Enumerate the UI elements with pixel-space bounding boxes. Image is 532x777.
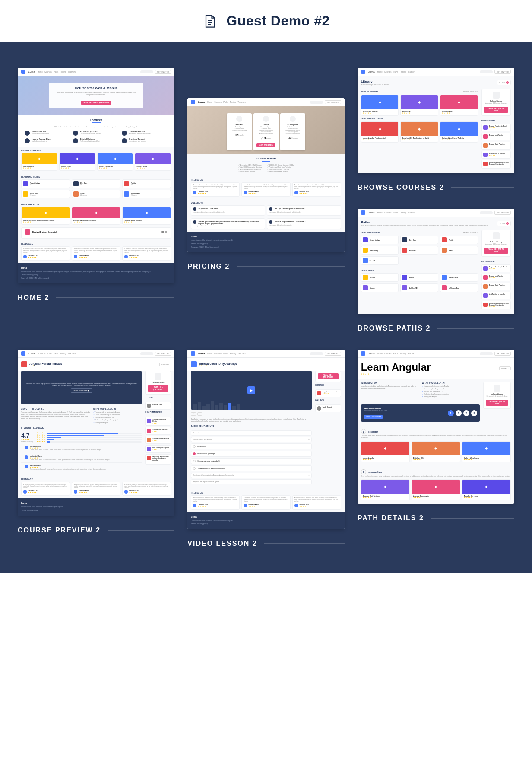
path-item[interactable]: inVision App [440, 283, 478, 292]
assessment-button[interactable]: START ASSESSMENT [364, 415, 383, 419]
course-icon [483, 143, 488, 148]
library-button[interactable]: LIBRARY [499, 366, 511, 370]
course-card[interactable]: ◆Angular Services★★★★★ [462, 479, 511, 500]
list-item[interactable]: Unit Testing in Angular★★★★★ [481, 151, 511, 159]
path-item[interactable]: Figma [361, 283, 399, 292]
path-item[interactable]: Photoshop [440, 273, 478, 282]
list-item[interactable]: Unit Testing in Angular★★★★★ [145, 445, 171, 453]
avatar-icon [124, 490, 128, 494]
course-card[interactable]: ◆Learn Angular★★★★★ [361, 441, 410, 462]
path-icon [363, 275, 368, 280]
path-item[interactable]: Swift [440, 246, 478, 255]
price-card[interactable]: EnterpriseDedicated Support20 Person Tea… [280, 113, 305, 150]
path-icon [402, 237, 407, 242]
path-icon [23, 191, 28, 197]
list-item[interactable]: Migrating Applications from AngularJS to… [145, 454, 171, 465]
course-card[interactable]: ◆Newsletter Design★★★★★ [361, 95, 399, 116]
path-item[interactable]: Redis24 courses [122, 179, 171, 188]
avatar-icon [244, 504, 247, 507]
path-item[interactable]: WordPress24 courses [122, 190, 171, 198]
list-item[interactable]: Unit Testing in Angular★★★★★ [481, 292, 511, 299]
thumbnail-pricing[interactable]: LumaHomeCoursesPathsPricingTeachersGET S… [187, 98, 344, 332]
play-button[interactable]: ▶ [247, 386, 255, 394]
course-card[interactable]: ◆Learn Figma★★★★★ [135, 153, 171, 171]
course-card[interactable]: ◆inVision App★★★★★ [440, 95, 478, 116]
path-item[interactable]: Adobe XD [400, 283, 438, 292]
path-item[interactable]: Sketch [361, 273, 399, 282]
thumbnail-course-preview[interactable]: LumaHomeCoursesPathsPricingTeachersGET S… [18, 350, 174, 548]
toc-section-head[interactable]: Exploring the Angular Template Syntax+ [191, 479, 311, 484]
course-card[interactable]: ◆Angular Routing In★★★★★ [412, 479, 460, 500]
list-item[interactable]: Migrating Applications from AngularJS to… [481, 301, 511, 309]
list-item[interactable]: Angular Unit Testing★★★★★ [481, 274, 511, 281]
library-button[interactable]: LIBRARY [159, 363, 171, 366]
search-input[interactable] [140, 70, 153, 73]
path-icon [442, 275, 447, 280]
path-item[interactable]: Redis [440, 236, 478, 244]
signup-button[interactable]: SIGN UP - ONLY $19.00 /MO [81, 101, 111, 105]
path-item[interactable]: Dev Ops24 courses [72, 179, 120, 188]
path-item[interactable]: Dev Ops [400, 236, 438, 244]
filters-button[interactable]: FILTERS5 [497, 221, 511, 226]
toc-item[interactable]: Comparing Angular vs AngularJS [191, 458, 311, 464]
course-card[interactable]: ◆Build an iOS Application in Swift★★★★★ [400, 121, 438, 143]
filters-button[interactable]: FILTERS5 [497, 80, 511, 85]
path-item[interactable]: Angular [400, 246, 438, 255]
course-card[interactable]: ◆Build a WordPress★★★★★ [462, 441, 511, 462]
path-item[interactable]: React Native24 courses [21, 179, 70, 188]
price-card[interactable]: TeamDedicated Support20 Person TeamUnlim… [253, 113, 279, 150]
toc-section-head[interactable]: Getting Started with Angular— [191, 437, 311, 442]
thumbnail-browse-paths[interactable]: LumaHomeCoursesPathsPricingTeachersGET S… [358, 209, 514, 332]
list-item[interactable]: Angular Best Practices★★★★★ [481, 142, 511, 150]
cta-button[interactable]: GET STARTED [155, 70, 171, 74]
toc-item[interactable]: The Architecture of an Angular Applicati… [191, 465, 311, 471]
path-item[interactable]: MailChimp24 courses [21, 190, 70, 198]
path-item[interactable]: WordPress [361, 256, 399, 265]
feedback-card: A wonderful course on how to start. Eddi… [191, 495, 240, 510]
path-item[interactable]: Flinto [400, 273, 438, 282]
thumbnail-home[interactable]: Luma HomeCoursesPathsPricingTeachers GET… [18, 68, 174, 332]
course-card[interactable]: ◆Adobe XD★★★★★ [400, 95, 438, 116]
course-card[interactable]: ◆Build an iOS★★★★★ [412, 441, 460, 462]
topbar: Luma HomeCoursesPathsPricingTeachers GET… [18, 68, 174, 76]
list-item[interactable]: Angular Unit Testing★★★★★ [481, 133, 511, 140]
course-card[interactable]: ◆Design Systems Assessment Symbols★★★★★ [21, 207, 70, 225]
list-item[interactable]: Angular Best Practices★★★★★ [145, 436, 171, 444]
course-card[interactable]: ◆Learn Flinto★★★★★ [59, 153, 95, 171]
path-item[interactable]: Swift24 courses [72, 190, 120, 198]
feature-icon [73, 131, 78, 136]
list-item[interactable]: Migrating Applications from AngularJS to… [481, 160, 511, 169]
price-card[interactable]: StudentBasic Support20 Person TeamUnlimi… [227, 113, 252, 150]
path-item[interactable]: React Native [361, 236, 399, 244]
thumbnail-browse-courses[interactable]: LumaHomeCoursesPathsPricingTeachersGET S… [358, 68, 514, 191]
course-card[interactable]: ◆Learn Angular Fundamentals★★★★★ [361, 121, 399, 143]
feedback-card: A wonderful course on how to start. Eddi… [72, 482, 120, 496]
course-card[interactable]: ◆Angular Unit Testing★★★★★ [361, 479, 410, 500]
course-card[interactable]: ◆Design Systems Essentials★★★★★ [72, 207, 120, 225]
path-icon [442, 248, 447, 253]
list-item[interactable]: Angular Routing In-Depth★★★★★ [145, 417, 171, 426]
list-item[interactable]: Angular Best Practices★★★★★ [481, 283, 511, 290]
nav-links: HomeCoursesPathsPricingTeachers [38, 71, 76, 73]
course-card[interactable]: ◆Product Logo Design★★★★★ [122, 207, 171, 225]
path-item[interactable]: MailChimp [361, 246, 399, 255]
path-icon [73, 191, 79, 197]
faq-item: I found a bug. Where can I report that?L… [267, 218, 341, 229]
toc-item[interactable]: Introduction [191, 443, 311, 449]
logo-icon [21, 70, 25, 74]
toc-item[interactable]: Introduction to TypeScript [191, 451, 311, 457]
trailer-button[interactable]: WATCH TRAILER ▶ [71, 388, 92, 393]
course-icon [483, 303, 488, 307]
signup-button[interactable]: SIGN UP - $19.00 /MO [484, 107, 508, 113]
course-card[interactable]: ◆Learn Sketch★★★★★ [21, 153, 57, 171]
list-item[interactable]: Angular Routing In-Depth★★★★★ [481, 264, 511, 272]
toc-section-head[interactable]: Creating and Communicating Between Angul… [191, 473, 311, 478]
list-item[interactable]: Angular Unit Testing★★★★★ [145, 427, 171, 435]
avatar-icon [74, 490, 77, 494]
typescript-icon [191, 361, 197, 367]
list-item[interactable]: Angular Routing In-Depth★★★★★ [481, 124, 511, 131]
thumbnail-video-lesson[interactable]: LumaHomeCoursesPathsPricingTeachersGET S… [187, 350, 344, 548]
thumbnail-path-details[interactable]: LumaHomeCoursesPathsPricingTeachersGET S… [358, 350, 514, 548]
course-card[interactable]: ◆Learn Photoshop★★★★★ [97, 153, 133, 171]
course-card[interactable]: ◆Build a WordPress Website★★★★★ [440, 121, 478, 143]
